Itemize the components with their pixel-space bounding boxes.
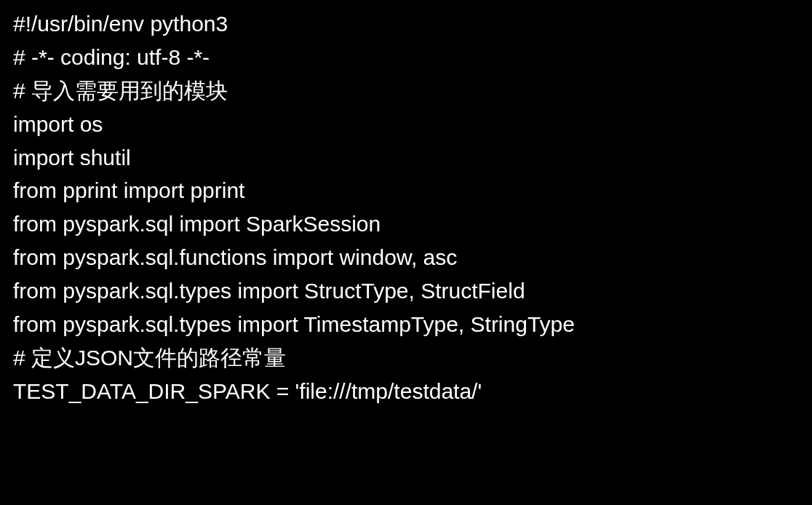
code-line-13: # 定义JSON文件的路径常量 xyxy=(13,341,799,375)
code-line-12: from pyspark.sql.types import TimestampT… xyxy=(13,308,799,341)
code-line-7: from pprint import pprint xyxy=(13,174,799,207)
code-line-14: TEST_DATA_DIR_SPARK = 'file:///tmp/testd… xyxy=(13,375,799,408)
code-line-6: import shutil xyxy=(13,141,799,175)
code-line-9: from pyspark.sql import SparkSession xyxy=(13,207,799,241)
code-block: #!/usr/bin/env python3 # -*- coding: utf… xyxy=(13,7,799,408)
code-line-11: from pyspark.sql.types import StructType… xyxy=(13,274,799,308)
code-line-5: import os xyxy=(13,108,799,141)
code-line-1: #!/usr/bin/env python3 xyxy=(13,7,799,41)
code-line-4: # 导入需要用到的模块 xyxy=(13,74,799,108)
code-line-2: # -*- coding: utf-8 -*- xyxy=(13,41,799,74)
code-line-10: from pyspark.sql.functions import window… xyxy=(13,241,799,274)
